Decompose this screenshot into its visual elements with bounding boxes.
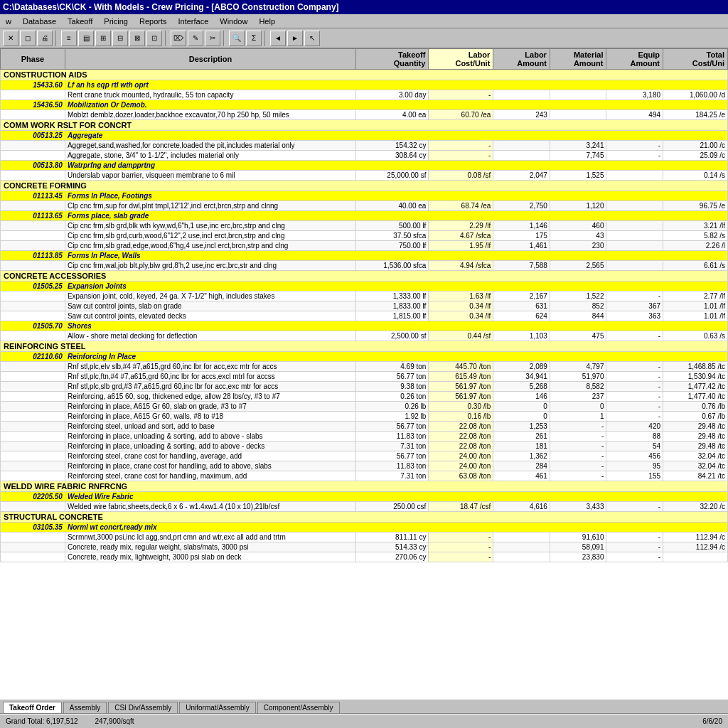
tb-btn-4[interactable]: ▤ [78,31,94,46]
phase-desc-cell: Forms place, slab grade [65,211,727,221]
labor-cost-cell: 0.34 /lf [429,301,493,311]
labor-cost-cell: 63.08 /ton [429,471,493,481]
title-bar: C:\Databases\CK\CK - With Models - Crew … [0,0,728,14]
table-row: Reinforcing in place, A615 Gr 60, slab o… [1,402,728,412]
table-row: Aggregate, stone, 3/4" to 1-1/2", includ… [1,151,728,161]
material-cell: - [550,432,606,441]
table-container[interactable]: Phase Description TakeoffQuantity LaborC… [0,48,728,700]
equip-cell [606,261,663,271]
menu-item-database[interactable]: Database [20,16,59,26]
tb-btn-8[interactable]: ⊡ [146,31,162,46]
phase-cell [1,542,65,552]
tab-uniformat/assembly[interactable]: Uniformat/Assembly [179,702,255,713]
qty-cell: 11.83 ton [356,432,429,441]
phase-cell [1,412,65,422]
table-row: 02205.50Welded Wire Fabric [1,492,728,502]
desc-cell: Concrete, ready mix, lightweight, 3000 p… [65,552,355,562]
tab-component/assembly[interactable]: Component/Assembly [257,702,340,713]
title-text: C:\Databases\CK\CK - With Models - Crew … [3,2,339,12]
tb-btn-10[interactable]: ✎ [188,31,203,46]
total-cell: 6.61 /s [663,261,728,271]
table-row: Reinforcing in place, A615 Gr 60, walls,… [1,412,728,422]
labor-amt-cell: 4,616 [493,502,550,512]
tb-btn-11[interactable]: ✂ [205,31,220,46]
total-cell: 25.09 /c [663,151,728,161]
tabs-bar: Takeoff OrderAssemblyCSI Div/AssemblyUni… [0,700,728,714]
material-cell: 230 [550,241,606,251]
menu-item-help[interactable]: Help [256,16,278,26]
tb-btn-7[interactable]: ⊠ [129,31,145,46]
phase-desc-cell: Shores [65,321,727,331]
material-cell: 51,970 [550,372,606,382]
footer: Takeoff OrderAssemblyCSI Div/AssemblyUni… [0,700,728,728]
desc-cell: Reinforcing steel, crane cost for handli… [65,471,355,481]
tb-btn-search[interactable]: 🔍 [229,31,245,46]
menu-item-w[interactable]: w [3,16,14,26]
labor-cost-cell: - [429,542,493,552]
qty-cell: 56.77 ton [356,372,429,382]
col-header-qty: TakeoffQuantity [356,49,429,70]
col-header-phase: Phase [1,49,65,70]
tb-btn-cursor[interactable]: ↖ [304,31,320,46]
table-row: Reinforcing steel, crane cost for handli… [1,471,728,481]
menu-item-interface[interactable]: Interface [175,16,211,26]
qty-cell: 4.00 ea [356,110,429,120]
tb-btn-6[interactable]: ⊟ [112,31,128,46]
labor-cost-cell: 60.70 /ea [429,110,493,120]
total-cell: 1,060.00 /d [663,90,728,100]
table-row: 15433.60Lf an hs eqp rtl wth oprt [1,80,728,90]
tb-btn-print[interactable]: 🖨 [37,31,53,46]
material-cell: 852 [550,301,606,311]
desc-cell: Saw cut control joints, elevated decks [65,311,355,321]
tb-btn-9[interactable]: ⌦ [171,31,186,46]
desc-cell: Rent crane truck mounted, hydraulic, 55 … [65,90,355,100]
equip-cell: - [606,362,663,372]
total-cell: 0.76 /lb [663,402,728,412]
section-header-cell: CONCRETE FORMING [1,181,728,191]
tab-csi-div/assembly[interactable]: CSI Div/Assembly [108,702,178,713]
labor-cost-cell: 0.16 /lb [429,412,493,422]
table-row: 01505.25Expansion Joints [1,282,728,291]
table-row: Rent crane truck mounted, hydraulic, 55 … [1,90,728,100]
tab-assembly[interactable]: Assembly [63,702,107,713]
menu-item-pricing[interactable]: Pricing [101,16,131,26]
desc-cell: Rnf stl,plc,slb grd,#3 #7,a615,grd 60,in… [65,382,355,392]
tb-btn-5[interactable]: ⊞ [95,31,111,46]
phase-desc-cell: Forms In Place, Footings [65,191,727,201]
material-cell: 43 [550,231,606,241]
table-row: 00513.80Watrprfng and dampprtng [1,161,728,171]
tab-takeoff-order[interactable]: Takeoff Order [3,702,62,713]
phase-cell [1,402,65,412]
table-row: 01113.85Forms In Place, Walls [1,251,728,261]
labor-amt-cell: 0 [493,402,550,412]
equip-cell [606,231,663,241]
labor-cost-cell: 561.97 /ton [429,392,493,402]
tb-btn-sigma[interactable]: Σ [246,31,262,46]
material-cell: 58,091 [550,542,606,552]
equip-cell: 95 [606,461,663,471]
col-header-desc: Description [65,49,355,70]
labor-amt-cell [493,151,550,161]
qty-cell: 1,833.00 lf [356,301,429,311]
labor-cost-cell: 24.00 /ton [429,461,493,471]
total-cell: 112.94 /c [663,542,728,552]
tb-btn-left[interactable]: ◄ [270,31,286,46]
tb-btn-3[interactable]: ≡ [61,31,77,46]
menu-item-reports[interactable]: Reports [136,16,170,26]
desc-cell: Reinforcing in place, unloading & sortin… [65,432,355,441]
desc-cell: Reinforcing steel, crane cost for handli… [65,451,355,461]
menu-item-takeoff[interactable]: Takeoff [65,16,95,26]
labor-amt-cell [493,90,550,100]
equip-cell: - [606,372,663,382]
table-row: Cip cnc frm,slb grd,curb,wood,6"12",2 us… [1,231,728,241]
table-row: Reinforcing steel, crane cost for handli… [1,451,728,461]
tb-btn-1[interactable]: ✕ [3,31,18,46]
labor-amt-cell: 146 [493,392,550,402]
labor-amt-cell: 175 [493,231,550,241]
tb-btn-right[interactable]: ► [287,31,303,46]
phase-cell [1,532,65,542]
qty-cell: 1,536.00 sfca [356,261,429,271]
phase-cell [1,151,65,161]
menu-item-window[interactable]: Window [217,16,250,26]
tb-btn-2[interactable]: ◻ [20,31,36,46]
